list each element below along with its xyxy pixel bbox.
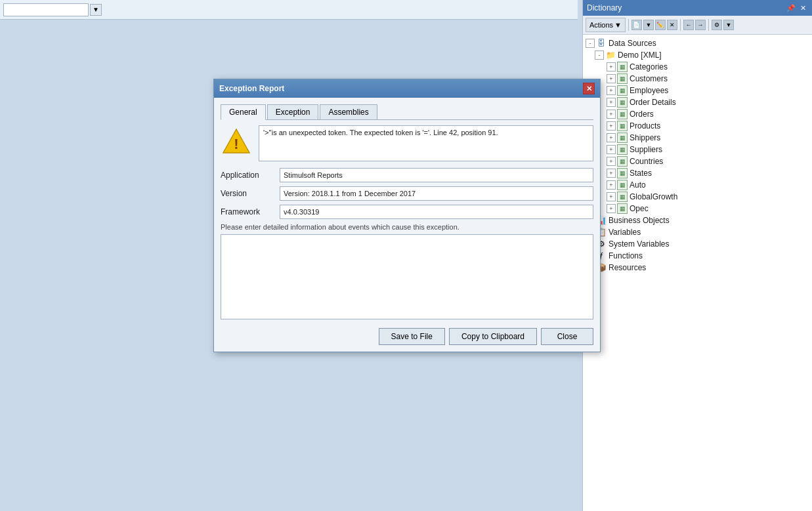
move-down-icon[interactable]: → xyxy=(695,20,706,30)
opec-icon: ▦ xyxy=(617,203,628,214)
tree-business-objects[interactable]: + 📊 Business Objects xyxy=(583,215,812,226)
customers-icon: ▦ xyxy=(617,73,628,84)
tree-demo-xml[interactable]: - 📁 Demo [XML] xyxy=(583,49,812,61)
tree-shippers[interactable]: + ▦ Shippers xyxy=(583,132,812,144)
global-growth-icon: ▦ xyxy=(617,192,628,202)
expand-products[interactable]: + xyxy=(607,121,616,131)
actions-button[interactable]: Actions ▼ xyxy=(586,18,626,32)
dictionary-pin-btn[interactable]: 📌 xyxy=(786,3,796,13)
expand-countries[interactable]: + xyxy=(607,157,616,166)
tree-states[interactable]: + ▦ States xyxy=(583,167,812,179)
datasources-icon: 🗄 xyxy=(596,38,607,49)
tree-customers[interactable]: + ▦ Customers xyxy=(583,73,812,85)
order-details-icon: ▦ xyxy=(617,97,628,108)
tree-states-label: States xyxy=(630,169,652,178)
framework-value[interactable] xyxy=(280,205,593,219)
tab-general[interactable]: General xyxy=(221,104,266,120)
products-icon: ▦ xyxy=(617,121,628,131)
framework-label: Framework xyxy=(221,207,280,216)
tree-categories-label: Categories xyxy=(630,62,668,72)
copy-to-clipboard-button[interactable]: Copy to Clipboard xyxy=(449,328,537,345)
expand-suppliers[interactable]: + xyxy=(607,145,616,154)
expand-demo-xml[interactable]: - xyxy=(595,51,604,60)
tree-functions[interactable]: + ƒ Functions xyxy=(583,250,812,262)
expand-shippers[interactable]: + xyxy=(607,133,616,142)
dialog-footer: Save to File Copy to Clipboard Close xyxy=(221,328,593,345)
tree-products[interactable]: + ▦ Products xyxy=(583,120,812,132)
toolbar-separator-3 xyxy=(708,19,709,31)
expand-datasources[interactable]: - xyxy=(586,39,595,48)
dictionary-close-btn[interactable]: ✕ xyxy=(798,3,808,13)
expand-customers[interactable]: + xyxy=(607,74,616,83)
actions-label: Actions xyxy=(589,21,613,29)
tree-auto-label: Auto xyxy=(630,180,646,190)
tree-global-growth[interactable]: + ▦ GlobalGrowth xyxy=(583,191,812,203)
dialog-content-row: ! '>''is an unexpected token. The expect… xyxy=(221,125,593,161)
tree-products-label: Products xyxy=(630,121,660,131)
dialog-close-button[interactable]: ✕ xyxy=(583,83,595,94)
expand-states[interactable]: + xyxy=(607,169,616,178)
application-value[interactable] xyxy=(280,168,593,182)
version-label: Version xyxy=(221,189,280,198)
tree-system-variables[interactable]: + ⚙ System Variables xyxy=(583,238,812,250)
tree-employees[interactable]: + ▦ Employees xyxy=(583,85,812,96)
settings-dropdown-icon[interactable]: ▼ xyxy=(723,20,734,30)
move-up-icon[interactable]: ← xyxy=(683,20,694,30)
tree-customers-label: Customers xyxy=(630,74,668,83)
toolbar-separator-1 xyxy=(628,19,629,31)
version-field-row: Version xyxy=(221,186,593,201)
tree-shippers-label: Shippers xyxy=(630,133,660,142)
dialog-body: General Exception Assemblies ! '>''is an… xyxy=(214,98,600,352)
tree-system-variables-label: System Variables xyxy=(609,239,669,249)
tree-suppliers-label: Suppliers xyxy=(630,145,662,154)
shippers-icon: ▦ xyxy=(617,133,628,143)
suppliers-icon: ▦ xyxy=(617,144,628,155)
expand-opec[interactable]: + xyxy=(607,204,616,213)
dialog-titlebar: Exception Report ✕ xyxy=(214,79,600,98)
close-button[interactable]: Close xyxy=(541,328,593,345)
exception-dialog: Exception Report ✕ General Exception Ass… xyxy=(213,79,601,352)
edit-icon[interactable]: ✏️ xyxy=(655,20,666,30)
tab-assemblies[interactable]: Assemblies xyxy=(320,104,377,119)
save-to-file-button[interactable]: Save to File xyxy=(379,328,445,345)
dialog-details-textarea[interactable] xyxy=(221,234,593,319)
dictionary-titlebar: Dictionary 📌 ✕ xyxy=(583,0,812,16)
tree-countries[interactable]: + ▦ Countries xyxy=(583,155,812,167)
expand-order-details[interactable]: + xyxy=(607,98,616,107)
toolbar-dropdown-btn[interactable]: ▼ xyxy=(90,4,102,16)
error-message: '>''is an unexpected token. The expected… xyxy=(259,125,593,161)
tree-order-details[interactable]: + ▦ Order Details xyxy=(583,96,812,108)
dialog-tabs: General Exception Assemblies xyxy=(221,104,593,120)
tree-auto[interactable]: + ▦ Auto xyxy=(583,179,812,191)
tree-functions-label: Functions xyxy=(609,251,643,260)
tree-variables[interactable]: + 📋 Variables xyxy=(583,226,812,238)
settings-icon[interactable]: ⚙ xyxy=(712,20,722,30)
toolbar-separator-2 xyxy=(680,19,681,31)
tree-suppliers[interactable]: + ▦ Suppliers xyxy=(583,144,812,155)
tree-orders[interactable]: + ▦ Orders xyxy=(583,108,812,120)
countries-icon: ▦ xyxy=(617,156,628,167)
expand-orders[interactable]: + xyxy=(607,110,616,119)
dictionary-panel: Dictionary 📌 ✕ Actions ▼ 📄 ▼ ✏️ ✕ ← → ⚙ … xyxy=(582,0,812,511)
expand-categories[interactable]: + xyxy=(607,62,616,72)
dialog-note: Please enter detailed information about … xyxy=(221,223,593,231)
new-datasource-icon[interactable]: 📄 xyxy=(631,20,642,30)
tree-resources[interactable]: + 📦 Resources xyxy=(583,262,812,274)
tree-resources-label: Resources xyxy=(609,263,646,272)
delete-icon[interactable]: ✕ xyxy=(667,20,677,30)
tab-exception[interactable]: Exception xyxy=(267,104,319,119)
expand-employees[interactable]: + xyxy=(607,86,616,95)
tree-orders-label: Orders xyxy=(630,110,654,119)
demo-xml-icon: 📁 xyxy=(605,50,616,60)
tree-categories[interactable]: + ▦ Categories xyxy=(583,61,812,73)
tree-opec[interactable]: + ▦ Opec xyxy=(583,203,812,215)
version-value[interactable] xyxy=(280,186,593,201)
categories-icon: ▦ xyxy=(617,62,628,72)
expand-global-growth[interactable]: + xyxy=(607,192,616,201)
tree-global-growth-label: GlobalGrowth xyxy=(630,192,677,201)
states-icon: ▦ xyxy=(617,168,628,178)
toolbar-icon-2[interactable]: ▼ xyxy=(643,20,654,30)
toolbar-input[interactable] xyxy=(3,3,89,16)
tree-datasources[interactable]: - 🗄 Data Sources xyxy=(583,37,812,49)
expand-auto[interactable]: + xyxy=(607,180,616,190)
